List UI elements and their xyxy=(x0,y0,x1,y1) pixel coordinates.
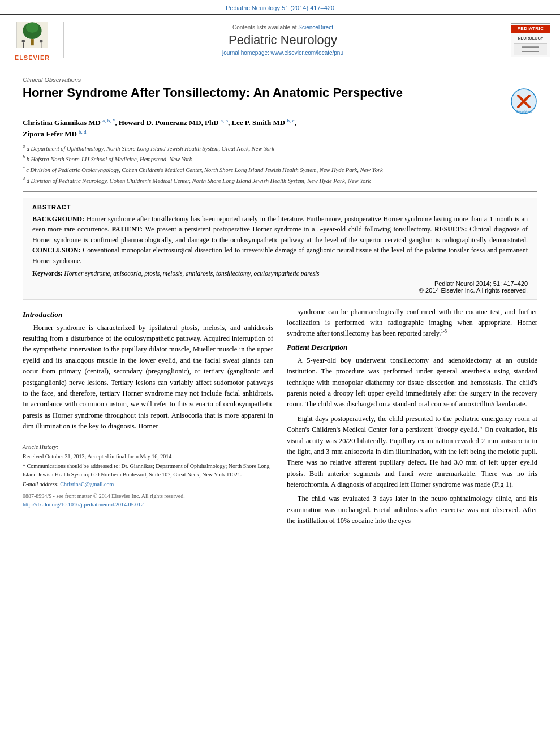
svg-rect-1 xyxy=(31,39,34,45)
journal-center-header: Contents lists available at ScienceDirec… xyxy=(63,22,502,58)
top-journal-ref: Pediatric Neurology 51 (2014) 417–420 xyxy=(0,0,560,14)
patient-paragraph-1: A 5-year-old boy underwent tonsillectomy… xyxy=(287,355,537,410)
conclusion-label: CONCLUSION: xyxy=(32,246,80,254)
keywords-line: Keywords: Horner syndrome, anisocoria, p… xyxy=(32,270,528,277)
patient-label: PATIENT: xyxy=(111,225,143,233)
intro-heading: Introduction xyxy=(23,310,273,319)
author-separator-1: , Howard D. Pomeranz MD, PhD xyxy=(115,118,221,127)
email-line: E-mail address: ChristinaC@gmail.com xyxy=(23,480,273,488)
right-column: syndrome can be pharmacologically confir… xyxy=(287,307,537,530)
affil-c: c c Division of Pediatric Otolaryngology… xyxy=(23,165,537,174)
ref-superscript: 1-5 xyxy=(441,329,447,334)
intro-text-left: Horner syndrome is characterized by ipsi… xyxy=(23,323,273,432)
main-content: Clinical Observations Horner Syndrome Af… xyxy=(0,66,560,536)
logo-cover-mini: ▬▬▬▬▬▬▬▬▬▬▬▬▬▬ xyxy=(514,43,547,55)
title-row: Horner Syndrome After Tonsillectomy: An … xyxy=(23,85,537,117)
article-history-text: Article History: xyxy=(23,444,58,450)
journal-header: ELSEVIER Contents lists available at Sci… xyxy=(0,14,560,66)
body-columns: Introduction Horner syndrome is characte… xyxy=(23,307,537,530)
abstract-section: ABSTRACT BACKGROUND: Horner syndrome aft… xyxy=(23,198,537,300)
svg-point-5 xyxy=(40,40,43,43)
crossmark-icon: CrossMark xyxy=(510,88,537,115)
logo-line1: PEDIATRIC xyxy=(517,26,544,31)
sciencedirect-link[interactable]: ScienceDirect xyxy=(298,24,333,31)
cite-line: Pediatr Neurol 2014; 51: 417–420 xyxy=(32,280,528,287)
section-tag: Clinical Observations xyxy=(23,76,537,83)
journal-logo-right: PEDIATRIC NEUROLOGY ▬▬▬▬▬▬▬▬▬▬▬▬▬▬ xyxy=(508,23,553,57)
background-label: BACKGROUND: xyxy=(32,215,84,223)
crossmark-badge[interactable]: CrossMark xyxy=(510,88,537,117)
svg-point-4 xyxy=(22,40,25,43)
received-line: Received October 31, 2013; Accepted in f… xyxy=(23,452,273,461)
elsevier-logo: ELSEVIER xyxy=(7,19,58,61)
patient-paragraph-2: Eight days postoperatively, the child pr… xyxy=(287,414,537,491)
footnote-area: Article History: Received October 31, 20… xyxy=(23,439,273,509)
doi-line: http://dx.doi.org/10.1016/j.pediatrneuro… xyxy=(23,500,273,509)
results-label: RESULTS: xyxy=(434,225,467,233)
patient-text: A 5-year-old boy underwent tonsillectomy… xyxy=(287,355,537,527)
journal-homepage: journal homepage: www.elsevier.com/locat… xyxy=(75,50,490,56)
copyright-line: © 2014 Elsevier Inc. All rights reserved… xyxy=(32,287,528,294)
affil-a: a a Department of Ophthalmology, North S… xyxy=(23,143,537,153)
communications-line: * Communications should be addressed to:… xyxy=(23,462,273,479)
affil-b: b b Hofstra North Shore-LIJ School of Me… xyxy=(23,154,537,164)
journal-ref-text: Pediatric Neurology 51 (2014) 417–420 xyxy=(226,5,334,11)
patient-text: We present a persistent postoperative Ho… xyxy=(143,225,432,233)
logo-line2: NEUROLOGY xyxy=(516,33,544,43)
author-1: Christina Giannikas MD xyxy=(23,118,102,127)
affil-d: d d Division of Pediatric Neurology, Coh… xyxy=(23,175,537,185)
svg-point-3 xyxy=(26,23,38,33)
journal-logo-box: PEDIATRIC NEUROLOGY ▬▬▬▬▬▬▬▬▬▬▬▬▬▬ xyxy=(511,23,550,57)
patient-paragraph-3: The child was evaluated 3 days later in … xyxy=(287,493,537,526)
right-intro-text: syndrome can be pharmacologically confir… xyxy=(287,308,537,338)
affiliations: a a Department of Ophthalmology, North S… xyxy=(23,143,537,186)
doi-link[interactable]: http://dx.doi.org/10.1016/j.pediatrneuro… xyxy=(23,501,144,508)
left-column: Introduction Horner syndrome is characte… xyxy=(23,307,273,530)
logo-red-bar: PEDIATRIC xyxy=(511,25,550,33)
keywords-label: Keywords: xyxy=(32,270,63,277)
abstract-title: ABSTRACT xyxy=(32,204,528,211)
conclusion-text: Conventional monopolar electrosurgical d… xyxy=(32,246,528,265)
intro-right-paragraph: syndrome can be pharmacologically confir… xyxy=(287,307,537,340)
authors-line: Christina Giannikas MD a, b, *, Howard D… xyxy=(23,117,537,140)
elsevier-brand: ELSEVIER xyxy=(15,54,50,61)
elsevier-tree-icon xyxy=(12,19,52,53)
email-label: E-mail address: xyxy=(23,481,59,487)
divider-1 xyxy=(23,191,537,192)
page: Pediatric Neurology 51 (2014) 417–420 EL… xyxy=(0,0,560,747)
intro-text-right: syndrome can be pharmacologically confir… xyxy=(287,307,537,340)
journal-title-header: Pediatric Neurology xyxy=(75,33,490,48)
patient-heading: Patient Description xyxy=(287,343,537,352)
article-title: Horner Syndrome After Tonsillectomy: An … xyxy=(23,85,503,100)
issn-line: 0887-8994/$ - see front matter © 2014 El… xyxy=(23,492,273,500)
intro-paragraph-1: Horner syndrome is characterized by ipsi… xyxy=(23,323,273,432)
abstract-text: BACKGROUND: Horner syndrome after tonsil… xyxy=(32,214,528,267)
author-separator-2: , Lee P. Smith MD xyxy=(228,118,287,127)
sciencedirect-label: Contents lists available at xyxy=(232,24,296,31)
email-link[interactable]: ChristinaC@gmail.com xyxy=(60,481,114,487)
sciencedirect-line: Contents lists available at ScienceDirec… xyxy=(75,24,490,31)
svg-text:CrossMark: CrossMark xyxy=(515,110,532,113)
communications-text: * Communications should be addressed to:… xyxy=(23,463,270,478)
keywords-text: Horner syndrome, anisocoria, ptosis, mei… xyxy=(63,270,320,277)
article-history-label: Article History: xyxy=(23,443,273,451)
